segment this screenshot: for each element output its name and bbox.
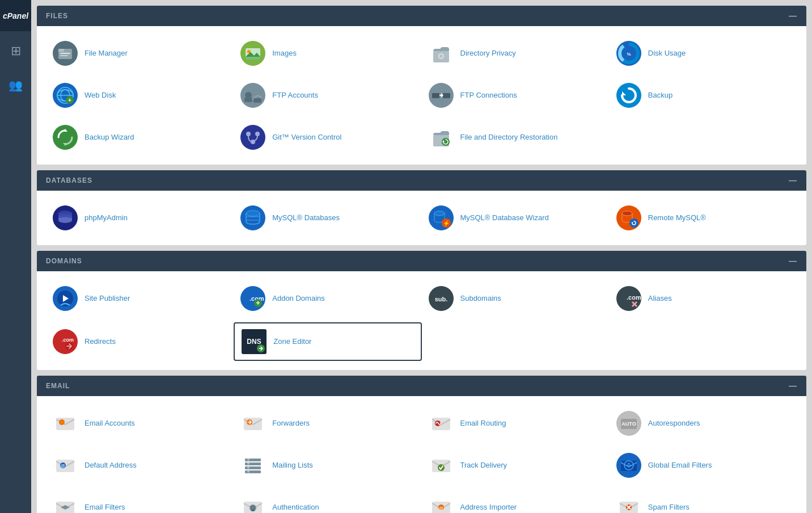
users-icon[interactable]: 👥 [0, 71, 31, 99]
item-subdomains[interactable]: sub. Subdomains [422, 280, 610, 317]
item-label-file-manager: File Manager [84, 49, 128, 58]
item-email-routing[interactable]: Email Routing [422, 405, 610, 441]
svg-rect-30 [432, 93, 439, 98]
images-icon [239, 40, 267, 67]
item-label-backup: Backup [648, 91, 673, 100]
redirects-icon: .com [52, 328, 79, 355]
svg-text:.com: .com [627, 294, 641, 301]
directory-privacy-icon [428, 40, 455, 67]
svg-text:@: @ [61, 463, 65, 468]
track-delivery-icon [428, 452, 455, 479]
item-track-delivery[interactable]: Track Delivery [422, 447, 610, 483]
item-label-directory-privacy: Directory Privacy [460, 49, 516, 58]
item-site-publisher[interactable]: Site Publisher [46, 280, 234, 317]
item-label-mailing-lists: Mailing Lists [272, 461, 313, 470]
svg-point-102 [247, 462, 249, 465]
item-redirects[interactable]: .com Redirects [46, 322, 234, 361]
item-directory-privacy[interactable]: Directory Privacy [422, 35, 610, 72]
item-label-backup-wizard: Backup Wizard [84, 133, 134, 142]
svg-rect-4 [60, 55, 68, 56]
email-filters-icon [52, 494, 79, 513]
section-title-files: FILES [46, 12, 68, 20]
collapse-icon-domains[interactable]: — [789, 256, 797, 266]
sidebar: cPanel ⊞ 👥 [0, 0, 31, 513]
item-addon-domains[interactable]: .com + Addon Domains [234, 280, 421, 317]
item-email-filters[interactable]: Email Filters [46, 489, 234, 513]
item-disk-usage[interactable]: % Disk Usage [610, 35, 797, 72]
svg-text:sub.: sub. [434, 296, 447, 302]
section-body-files: File Manager Images [37, 26, 806, 165]
section-email: EMAIL — Email Accounts [37, 376, 806, 513]
item-label-disk-usage: Disk Usage [648, 49, 686, 58]
item-images[interactable]: Images [234, 35, 421, 72]
item-default-address[interactable]: @ Default Address [46, 447, 234, 483]
svg-point-59 [434, 211, 445, 216]
svg-point-101 [247, 459, 249, 461]
item-label-forwarders: Forwarders [272, 419, 310, 428]
section-title-databases: DATABASES [46, 176, 92, 184]
svg-point-38 [240, 125, 265, 150]
item-mysql-databases[interactable]: MySQL® Databases [234, 200, 421, 236]
web-disk-icon: + [52, 82, 79, 109]
svg-point-52 [58, 217, 72, 223]
item-ftp-connections[interactable]: FTP Connections [422, 77, 610, 113]
item-mailing-lists[interactable]: Mailing Lists [234, 447, 421, 483]
svg-point-25 [240, 83, 265, 108]
grid-icon[interactable]: ⊞ [0, 37, 31, 65]
item-autoresponders[interactable]: AUTO Autoresponders [610, 405, 797, 441]
remote-mysql-icon [615, 204, 642, 232]
item-label-images: Images [272, 49, 297, 58]
svg-point-104 [247, 470, 249, 473]
item-zone-editor[interactable]: DNS Zone Editor [234, 322, 421, 361]
item-ftp-accounts[interactable]: FTP Accounts [234, 77, 421, 113]
item-phpmyadmin[interactable]: phpMyAdmin [46, 200, 234, 236]
item-file-directory-restoration[interactable]: File and Directory Restoration [422, 119, 610, 155]
item-label-subdomains: Subdomains [460, 294, 501, 304]
main-content: FILES — File Manager [31, 0, 812, 513]
backup-icon [615, 82, 642, 109]
collapse-icon-email[interactable]: — [789, 381, 797, 390]
svg-text:⚡: ⚡ [443, 220, 450, 227]
section-header-files: FILES — [37, 6, 806, 26]
logo-text: cPanel [3, 11, 28, 20]
mysql-icon [239, 204, 267, 232]
aliases-icon: .com [615, 285, 642, 312]
item-global-email-filters[interactable]: Global Email Filters [610, 447, 797, 483]
svg-text:.com: .com [62, 337, 74, 343]
git-icon [239, 124, 267, 151]
disk-usage-icon: % [615, 40, 642, 67]
item-label-remote-mysql: Remote MySQL® [648, 213, 706, 223]
item-email-accounts[interactable]: Email Accounts [46, 405, 234, 441]
item-backup-wizard[interactable]: Backup Wizard [46, 119, 234, 155]
item-authentication[interactable]: Authentication [234, 489, 421, 513]
addon-domains-icon: .com + [239, 285, 267, 312]
item-mysql-wizard[interactable]: ⚡ MySQL® Database Wizard [422, 200, 610, 236]
logo: cPanel [0, 0, 31, 31]
item-label-track-delivery: Track Delivery [460, 461, 508, 470]
svg-point-63 [622, 211, 632, 216]
item-web-disk[interactable]: + Web Disk [46, 77, 234, 113]
zone-editor-icon: DNS [240, 328, 268, 355]
item-label-file-restoration: File and Directory Restoration [460, 133, 558, 142]
item-git-version-control[interactable]: Git™ Version Control [234, 119, 421, 155]
svg-point-62 [616, 205, 641, 230]
collapse-icon-databases[interactable]: — [789, 176, 797, 185]
item-spam-filters[interactable]: Spam Filters [610, 489, 797, 513]
spam-filters-icon [615, 494, 642, 513]
item-label-email-filters: Email Filters [84, 503, 125, 512]
phpmyadmin-icon [52, 204, 79, 232]
item-address-importer[interactable]: @ Address Importer [422, 489, 610, 513]
global-email-filters-icon [615, 452, 642, 479]
svg-rect-31 [443, 93, 450, 98]
item-backup[interactable]: Backup [610, 77, 797, 113]
svg-text:@: @ [439, 506, 443, 511]
item-label-mysql: MySQL® Databases [272, 213, 340, 223]
section-databases: DATABASES — phpMyAdmin [37, 170, 806, 245]
item-remote-mysql[interactable]: Remote MySQL® [610, 200, 797, 236]
item-file-manager[interactable]: File Manager [46, 35, 234, 72]
item-forwarders[interactable]: Forwarders [234, 405, 421, 441]
item-label-email-accounts: Email Accounts [84, 419, 135, 428]
collapse-icon-files[interactable]: — [789, 11, 797, 20]
default-address-icon: @ [52, 452, 79, 479]
item-aliases[interactable]: .com Aliases [610, 280, 797, 317]
